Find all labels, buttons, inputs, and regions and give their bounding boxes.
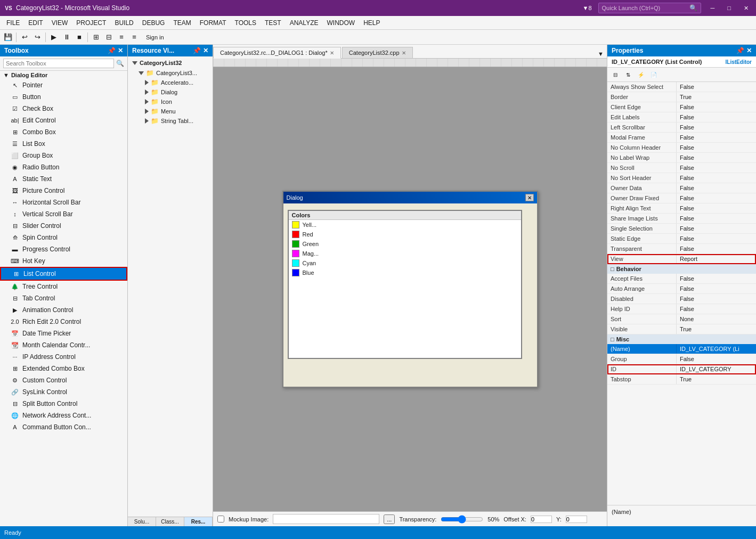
toolbar-btn-3[interactable]: ↪: [31, 31, 43, 43]
toolbox-item-horizontal-scroll-bar[interactable]: ↔Horizontal Scroll Bar: [0, 197, 127, 208]
menu-item-debug[interactable]: DEBUG: [138, 18, 169, 28]
props-sort-btn[interactable]: ⇅: [622, 69, 634, 80]
menu-item-help[interactable]: HELP: [359, 18, 384, 28]
toolbox-item-combo-box[interactable]: ⊞Combo Box: [0, 126, 127, 138]
toolbar-btn-6[interactable]: ■: [74, 31, 85, 43]
tab-close-cpp[interactable]: ✕: [402, 50, 406, 56]
props-row-owner-data[interactable]: Owner DataFalse: [607, 183, 756, 193]
menu-item-file[interactable]: FILE: [2, 18, 24, 28]
props-row-view[interactable]: ViewReport: [607, 254, 756, 264]
toolbox-close-icon[interactable]: ✕: [118, 47, 123, 54]
props-row-single-selection[interactable]: Single SelectionFalse: [607, 224, 756, 234]
toolbox-item-vertical-scroll-bar[interactable]: ↕Vertical Scroll Bar: [0, 208, 127, 220]
menu-item-view[interactable]: VIEW: [47, 18, 72, 28]
props-row-tabstop[interactable]: TabstopTrue: [607, 374, 756, 385]
editor-tab-cpp[interactable]: CategoryList32.cpp ✕: [342, 47, 413, 58]
toolbox-item-custom-control[interactable]: ⚙Custom Control: [0, 374, 127, 386]
props-row-owner-draw-fixed[interactable]: Owner Draw FixedFalse: [607, 193, 756, 203]
props-row-accept-files[interactable]: Accept FilesFalse: [607, 274, 756, 284]
props-row-static-edge[interactable]: Static EdgeFalse: [607, 234, 756, 244]
props-row-no-sort-header[interactable]: No Sort HeaderFalse: [607, 173, 756, 183]
toolbox-item-command-button-con[interactable]: ACommand Button Con...: [0, 421, 127, 433]
menu-item-tools[interactable]: TOOLS: [231, 18, 261, 28]
menu-item-build[interactable]: BUILD: [110, 18, 137, 28]
restore-button[interactable]: □: [724, 4, 734, 12]
transparency-slider[interactable]: [441, 515, 483, 524]
props-row-transparent[interactable]: TransparentFalse: [607, 244, 756, 254]
props-row-always-show-select[interactable]: Always Show SelectFalse: [607, 82, 756, 92]
resource-root[interactable]: CategoryList32: [130, 59, 210, 67]
editor-canvas[interactable]: Dialog ✕ Colors Yell...RedGreenMag...Cya…: [213, 67, 607, 511]
toolbox-search-input[interactable]: [3, 59, 114, 68]
toolbox-item-tab-control[interactable]: ⊟Tab Control: [0, 292, 127, 304]
menu-item-test[interactable]: TEST: [261, 18, 286, 28]
toolbox-item-hot-key[interactable]: ⌨Hot Key: [0, 255, 127, 267]
props-row-group[interactable]: GroupFalse: [607, 354, 756, 364]
toolbox-category-header[interactable]: ▼ Dialog Editor: [0, 71, 127, 79]
toolbar-btn-9[interactable]: ≡: [128, 31, 140, 43]
props-row-right-align-text[interactable]: Right Align TextFalse: [607, 203, 756, 214]
section-collapse-icon[interactable]: □: [611, 266, 614, 272]
list-item[interactable]: Blue: [289, 268, 521, 277]
resource-pin-icon[interactable]: 📌: [193, 47, 201, 54]
props-row-visible[interactable]: VisibleTrue: [607, 324, 756, 334]
toolbox-item-radio-button[interactable]: ◉Radio Button: [0, 161, 127, 173]
props-row-modal-frame[interactable]: Modal FrameFalse: [607, 133, 756, 143]
toolbox-item-button[interactable]: ▭Button: [0, 91, 127, 103]
quicklaunch-input[interactable]: [602, 5, 687, 11]
toolbox-item-ip-address-control[interactable]: ···IP Address Control: [0, 351, 127, 363]
toolbox-item-tree-control[interactable]: 🌲Tree Control: [0, 281, 127, 292]
resource-child-1[interactable]: 📁 CategoryList3...: [130, 68, 210, 78]
toolbox-item-date-time-picker[interactable]: 📅Date Time Picker: [0, 328, 127, 339]
props-row-no-column-header[interactable]: No Column HeaderFalse: [607, 143, 756, 153]
toolbar-btn-5[interactable]: ⏸: [61, 31, 72, 43]
toolbox-pin-icon[interactable]: 📌: [108, 47, 116, 54]
editor-tab-dialog[interactable]: CategoryList32.rc...D_DIALOG1 : Dialog* …: [213, 47, 341, 59]
offset-y-input[interactable]: [566, 516, 587, 523]
menu-item-team[interactable]: TEAM: [169, 18, 195, 28]
props-categories-btn[interactable]: ⊟: [609, 69, 621, 80]
class-tab[interactable]: Class...: [156, 517, 184, 526]
resource-icon[interactable]: 📁 Icon: [130, 97, 210, 107]
toolbar-btn-4[interactable]: ▶: [48, 31, 60, 43]
props-events-btn[interactable]: ⚡: [635, 69, 647, 80]
tab-scroll-btn[interactable]: ▼: [595, 50, 607, 58]
toolbox-item-network-address-cont[interactable]: 🌐Network Address Cont...: [0, 410, 127, 421]
resource-accelerator[interactable]: 📁 Accelerato...: [130, 78, 210, 87]
toolbox-item-spin-control[interactable]: ⟰Spin Control: [0, 232, 127, 243]
close-button[interactable]: ✕: [741, 4, 752, 13]
solution-tab[interactable]: Solu...: [128, 517, 156, 526]
toolbar-btn-8[interactable]: ≡: [116, 31, 127, 43]
toolbox-item-check-box[interactable]: ☑Check Box: [0, 103, 127, 115]
toolbox-item-progress-control[interactable]: ▬Progress Control: [0, 243, 127, 255]
toolbox-search-bar[interactable]: 🔍: [0, 56, 127, 71]
mockup-checkbox[interactable]: [217, 516, 224, 522]
menu-item-analyze[interactable]: ANALYZE: [286, 18, 323, 28]
props-row-share-image-lists[interactable]: Share Image ListsFalse: [607, 214, 756, 224]
toolbox-item-group-box[interactable]: ⬜Group Box: [0, 150, 127, 161]
toolbox-item-split-button-control[interactable]: ⊟Split Button Control: [0, 398, 127, 410]
tab-close-dialog[interactable]: ✕: [330, 50, 334, 56]
list-item[interactable]: Cyan: [289, 258, 521, 268]
props-row--name-[interactable]: (Name)ID_LV_CATEGORY (Li: [607, 344, 756, 354]
props-row-sort[interactable]: SortNone: [607, 314, 756, 324]
props-row-edit-labels[interactable]: Edit LabelsFalse: [607, 112, 756, 123]
props-pages-btn[interactable]: 📄: [648, 69, 660, 80]
list-item[interactable]: Green: [289, 239, 521, 249]
toolbox-item-picture-control[interactable]: 🖼Picture Control: [0, 185, 127, 197]
toolbox-item-rich-edit-20-control[interactable]: 2.0Rich Edit 2.0 Control: [0, 316, 127, 328]
list-control[interactable]: Colors Yell...RedGreenMag...CyanBlue: [288, 210, 522, 359]
offset-x-input[interactable]: [531, 516, 552, 523]
toolbar-btn-7[interactable]: ⊟: [103, 31, 115, 43]
toolbox-item-month-calendar-contr[interactable]: 📆Month Calendar Contr...: [0, 339, 127, 351]
toolbox-item-syslink-control[interactable]: 🔗SysLink Control: [0, 386, 127, 398]
toolbar-btn-grid[interactable]: ⊞: [90, 31, 102, 43]
resource-close-icon[interactable]: ✕: [203, 47, 208, 54]
props-row-no-label-wrap[interactable]: No Label WrapFalse: [607, 153, 756, 163]
toolbox-item-edit-control[interactable]: ab|Edit Control: [0, 115, 127, 126]
toolbox-item-slider-control[interactable]: ⊟Slider Control: [0, 220, 127, 232]
props-close-icon[interactable]: ✕: [746, 47, 752, 54]
list-item[interactable]: Red: [289, 230, 521, 239]
props-row-border[interactable]: BorderTrue: [607, 92, 756, 102]
props-row-left-scrollbar[interactable]: Left ScrollbarFalse: [607, 123, 756, 133]
